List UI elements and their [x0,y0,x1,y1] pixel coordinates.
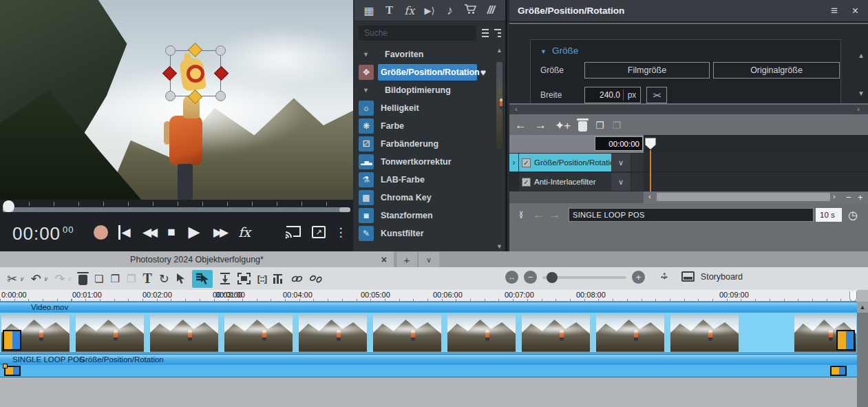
copy-icon[interactable]: ❐ [111,273,120,285]
effects-scrollbar[interactable]: ▲ ▼ [495,47,504,250]
seek-bar[interactable] [0,200,353,215]
range-end-marker[interactable] [849,291,857,302]
seek-track[interactable] [3,207,350,212]
effect-track-body[interactable] [0,365,857,377]
scroll-right-icon[interactable]: › [833,192,836,200]
delete-keyframe-icon[interactable] [578,121,587,132]
keyframe-time-field[interactable]: 00:00:00 [595,136,643,151]
mouse-mode-tool-active[interactable] [192,270,213,288]
stretch-tool-icon[interactable] [220,273,231,284]
cut-scissors-icon[interactable]: ✂∨ [7,271,24,286]
clip-start-marker[interactable] [3,330,21,351]
cast-icon[interactable] [282,222,304,242]
skip-start-button[interactable]: ◀ [116,222,134,242]
clock-icon[interactable]: ◷ [848,209,858,222]
panel-scroll-down-icon[interactable]: ▼ [856,90,866,97]
media-pool-icon[interactable]: ▦ [363,4,375,17]
stop-button[interactable]: ■ [162,222,180,242]
tree-view-icon[interactable] [494,29,501,37]
transitions-icon[interactable]: ▶⟩ [423,6,436,16]
effect-item-groesse-position-rotation[interactable]: ✥ Größe/Position/Rotation ♥ [354,63,505,81]
extract-icon[interactable]: ❏ [94,273,103,285]
corner-handle-tr[interactable] [215,45,226,56]
scrollbar-thumb[interactable] [657,193,830,201]
row-checkbox[interactable]: ✓ [522,158,531,167]
effect-name-field[interactable]: SINGLE LOOP POS [569,208,814,222]
rewind-button[interactable]: ◀◀ [138,222,160,242]
title-tool-icon[interactable]: T [142,271,151,286]
video-track-header[interactable]: Video.mov [0,302,857,313]
video-preview[interactable] [0,0,353,200]
favorite-heart-icon[interactable]: ♥ [480,67,486,78]
fast-forward-button[interactable]: ▶▶ [208,222,231,242]
keyframe-row-anti-interlace[interactable]: ✓Anti-Interlacefilter ∨ [509,172,868,191]
panel-menu-icon[interactable]: ≡ [831,4,838,18]
delete-icon[interactable] [78,273,87,285]
keyframe-bottom-scrollbar[interactable]: ‹ › − + [509,191,868,203]
clip-thumbnail[interactable] [670,314,739,352]
effect-start-marker[interactable] [4,366,21,376]
pan-move-icon[interactable]: ↔↕ [657,269,671,283]
fullscreen-icon[interactable]: ↗ [310,222,328,242]
effect-item-stanzformen[interactable]: ◙ Stanzformen [354,207,505,225]
corner-handle-bl[interactable] [165,91,176,101]
size-section-header[interactable]: ▼Größe [540,45,578,56]
redo-icon[interactable]: ↷∨ [54,271,72,286]
add-keyframe-icon[interactable]: ✦+ [555,118,570,133]
effect-track-header[interactable]: SINGLE LOOP POS Größe/Position/Rotation [0,354,857,365]
tab-list-dropdown-icon[interactable]: ∨ [418,252,439,267]
row-chevron-icon[interactable]: ∨ [611,154,631,171]
next-keyframe-icon[interactable]: → [535,118,547,132]
effect-item-farbaenderung[interactable]: ⚂ Farbänderung [354,135,505,153]
clip-end-marker[interactable] [836,330,855,351]
clip-thumbnail[interactable] [76,314,144,352]
effect-item-chroma-key[interactable]: ▩ Chroma Key [354,189,505,207]
collapse-panel-icon[interactable]: ∨∨ [515,211,527,218]
scroll-up-icon[interactable]: ▲ [495,47,504,54]
scroll-left-icon[interactable]: ‹ [515,105,518,113]
original-size-button[interactable]: Originalgröße [713,62,840,79]
seek-knob[interactable] [3,200,14,212]
keyframe-playhead[interactable] [645,138,656,149]
effect-item-tonwertkorrektur[interactable]: ▂▅▃ Tonwertkorrektur [354,153,505,171]
clip-thumbnail[interactable] [224,314,293,352]
record-button[interactable] [92,222,109,242]
effects-icon[interactable]: fx [403,4,416,17]
scroll-up-icon[interactable]: ▲ [857,302,868,313]
clip-thumbnail[interactable] [373,314,441,352]
preview-fx-button[interactable]: fx [234,222,255,242]
prev-keyframe-icon[interactable]: ← [515,118,527,132]
copy-keyframe-icon[interactable]: ❐ [595,120,604,131]
storyboard-label[interactable]: Storyboard [701,272,743,282]
scroll-right-icon[interactable]: › [857,105,860,113]
clip-thumbnail[interactable] [1,314,70,352]
timeline-vscrollbar[interactable]: ▲ [857,302,868,407]
effect-item-lab-farbe[interactable]: ⚗ LAB-Farbe [354,171,505,189]
more-tools-icon[interactable]: /// [485,4,497,17]
category-favoriten[interactable]: ▼ Favoriten [354,45,505,63]
zoom-out-icon[interactable]: − [846,192,851,202]
unlink-icon[interactable] [310,274,322,284]
fit-width-button[interactable]: >< [646,87,667,103]
keyframe-row-size-position[interactable]: › ✓Größe/Position/Rotation ∨ [509,153,868,172]
titles-icon[interactable]: T [383,4,395,17]
clip-thumbnail[interactable] [794,314,856,352]
cursor-tool-icon[interactable] [176,273,185,284]
paste-keyframe-icon[interactable]: ❐ [613,120,622,131]
panel-close-icon[interactable]: × [852,5,858,17]
effect-item-farbe[interactable]: ❋ Farbe [354,117,505,135]
keyframe-lane[interactable] [644,172,868,191]
group-tool-icon[interactable]: [::] [257,273,266,284]
duration-field[interactable]: 10 s [816,208,842,222]
tracking-target-ring[interactable] [187,65,204,83]
row-expander-icon[interactable]: › [509,154,518,171]
keyframe-hscrollbar[interactable]: ‹ › [509,105,868,114]
paste-icon[interactable]: ❐ [127,273,136,285]
store-cart-icon[interactable] [464,3,477,17]
category-bildoptimierung[interactable]: ▼ Bildoptimierung [354,81,505,99]
zoom-fit-icon[interactable]: ↔ [505,271,518,284]
row-chevron-icon[interactable]: ∨ [611,173,631,191]
search-input[interactable] [359,25,476,41]
clip-thumbnail[interactable] [596,314,664,352]
project-tab[interactable]: Photostory 2024 Objektverfolgung* × [0,251,394,267]
